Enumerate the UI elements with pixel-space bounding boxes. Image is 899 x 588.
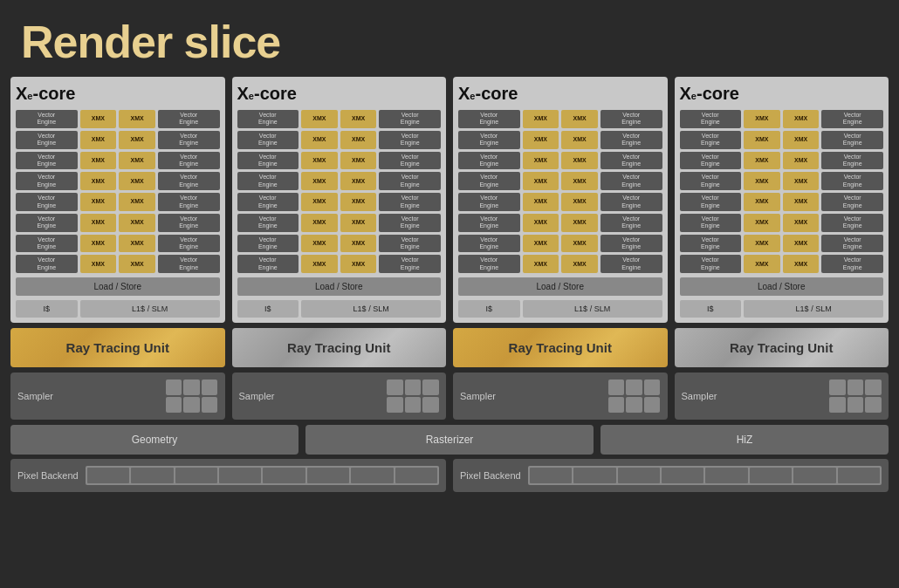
- vector-row-4-5: VectorEngineXMXXMXVectorEngine: [680, 214, 884, 232]
- xmx-block: XMX: [301, 172, 338, 190]
- vector-row-3-5: VectorEngineXMXXMXVectorEngine: [458, 214, 662, 232]
- l1-cache-1: L1$ / SLM: [80, 300, 220, 318]
- cache-row-1: I$L1$ / SLM: [16, 300, 220, 318]
- xmx-block: XMX: [340, 152, 377, 170]
- xmx-block: XMX: [523, 172, 559, 190]
- ray-tracing-row: Ray Tracing UnitRay Tracing UnitRay Trac…: [10, 328, 889, 367]
- xmx-block: XMX: [119, 193, 155, 211]
- xe-cores-row: Xe-coreVectorEngineXMXXMXVectorEngineVec…: [10, 77, 889, 323]
- vector-row-2-0: VectorEngineXMXXMXVectorEngine: [237, 110, 442, 128]
- sampler-grid-4: [829, 379, 882, 413]
- xe-core-label-1: Xe-core: [16, 84, 220, 104]
- xmx-block: XMX: [561, 131, 598, 149]
- vector-engine-block: VectorEngine: [379, 193, 441, 211]
- xmx-block: XMX: [783, 152, 820, 170]
- xmx-block: XMX: [80, 214, 117, 232]
- vector-engine-block: VectorEngine: [16, 255, 78, 273]
- xmx-block: XMX: [561, 172, 598, 190]
- vector-engine-block: VectorEngine: [600, 172, 662, 190]
- ray-tracing-unit-3: Ray Tracing Unit: [453, 328, 668, 367]
- cache-row-4: I$L1$ / SLM: [680, 300, 884, 318]
- xmx-block: XMX: [301, 193, 338, 211]
- bottom-section: Geometry Rasterizer HiZ Pixel Backend Pi…: [10, 425, 889, 492]
- vector-engine-block: VectorEngine: [458, 131, 520, 149]
- vector-row-4-2: VectorEngineXMXXMXVectorEngine: [680, 152, 884, 170]
- pixel-backend-2: Pixel Backend: [453, 459, 889, 492]
- vector-engine-block: VectorEngine: [16, 110, 78, 128]
- xmx-block: XMX: [523, 255, 559, 273]
- xmx-block: XMX: [744, 235, 780, 253]
- vector-engine-block: VectorEngine: [458, 235, 520, 253]
- pixel-backend-1: Pixel Backend: [10, 459, 446, 492]
- vector-engine-block: VectorEngine: [237, 110, 299, 128]
- pixel-backend-1-label: Pixel Backend: [17, 470, 79, 481]
- vector-engine-block: VectorEngine: [158, 193, 220, 211]
- xmx-block: XMX: [80, 235, 117, 253]
- xmx-block: XMX: [301, 255, 338, 273]
- vector-engine-block: VectorEngine: [600, 131, 662, 149]
- pixel-backend-2-label: Pixel Backend: [460, 470, 521, 481]
- xmx-block: XMX: [119, 131, 155, 149]
- vector-row-3-0: VectorEngineXMXXMXVectorEngine: [458, 110, 662, 128]
- vector-engine-block: VectorEngine: [600, 110, 662, 128]
- vector-row-4-4: VectorEngineXMXXMXVectorEngine: [680, 193, 884, 211]
- vector-engine-block: VectorEngine: [379, 172, 441, 190]
- sampler-cell: [183, 379, 200, 395]
- vector-engine-block: VectorEngine: [158, 214, 220, 232]
- xmx-block: XMX: [80, 193, 117, 211]
- vector-row-3-1: VectorEngineXMXXMXVectorEngine: [458, 131, 662, 149]
- sampler-block-3: Sampler: [453, 373, 668, 420]
- vector-engine-block: VectorEngine: [16, 214, 78, 232]
- geometry-label: Geometry: [132, 434, 178, 446]
- vector-engine-block: VectorEngine: [158, 255, 220, 273]
- xmx-block: XMX: [340, 131, 377, 149]
- vector-engine-block: VectorEngine: [237, 214, 299, 232]
- vector-engine-block: VectorEngine: [237, 193, 299, 211]
- xmx-block: XMX: [119, 235, 155, 253]
- vector-engine-block: VectorEngine: [458, 172, 520, 190]
- page-title: Render slice: [0, 0, 899, 77]
- xmx-block: XMX: [119, 152, 155, 170]
- vector-row-1-7: VectorEngineXMXXMXVectorEngine: [16, 255, 220, 273]
- xmx-block: XMX: [340, 193, 377, 211]
- sampler-cell: [183, 397, 200, 413]
- xmx-block: XMX: [523, 193, 559, 211]
- vector-engine-block: VectorEngine: [821, 255, 883, 273]
- hiz-label: HiZ: [737, 434, 753, 446]
- xmx-block: XMX: [301, 235, 338, 253]
- xe-core-label-2: Xe-core: [237, 84, 442, 104]
- l1-cache-3: L1$ / SLM: [523, 300, 662, 318]
- vector-engine-block: VectorEngine: [158, 131, 220, 149]
- vector-engine-block: VectorEngine: [680, 214, 742, 232]
- sampler-cell: [865, 379, 882, 395]
- vector-engine-block: VectorEngine: [680, 110, 742, 128]
- vector-engine-block: VectorEngine: [821, 235, 883, 253]
- xe-core-label-3: Xe-core: [458, 84, 662, 104]
- l1-cache-4: L1$ / SLM: [744, 300, 883, 318]
- vector-row-2-6: VectorEngineXMXXMXVectorEngine: [237, 235, 442, 253]
- sampler-cell: [644, 379, 661, 395]
- sampler-cell: [202, 397, 218, 413]
- vector-engine-block: VectorEngine: [600, 152, 662, 170]
- vector-engine-block: VectorEngine: [600, 235, 662, 253]
- sampler-cell: [387, 397, 403, 413]
- xmx-block: XMX: [561, 255, 598, 273]
- xmx-block: XMX: [561, 152, 598, 170]
- xmx-block: XMX: [80, 172, 117, 190]
- vector-row-4-1: VectorEngineXMXXMXVectorEngine: [680, 131, 884, 149]
- cache-row-2: I$L1$ / SLM: [237, 300, 442, 318]
- sampler-cell: [848, 379, 864, 395]
- xmx-block: XMX: [340, 172, 377, 190]
- sampler-cell: [644, 397, 661, 413]
- vector-row-3-7: VectorEngineXMXXMXVectorEngine: [458, 255, 662, 273]
- sampler-block-4: Sampler: [675, 373, 889, 420]
- xmx-block: XMX: [744, 255, 780, 273]
- xmx-block: XMX: [301, 131, 338, 149]
- ray-tracing-unit-4: Ray Tracing Unit: [675, 328, 889, 367]
- xmx-block: XMX: [119, 110, 155, 128]
- vector-engine-block: VectorEngine: [16, 131, 78, 149]
- vector-row-4-7: VectorEngineXMXXMXVectorEngine: [680, 255, 884, 273]
- xmx-block: XMX: [744, 193, 780, 211]
- xmx-block: XMX: [340, 255, 377, 273]
- geometry-block: Geometry: [10, 425, 299, 455]
